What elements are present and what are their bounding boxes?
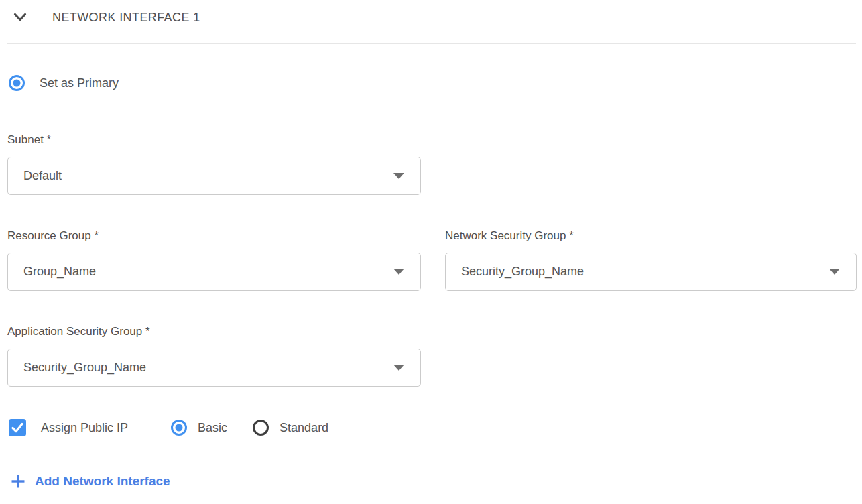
network-security-group-label: Network Security Group * bbox=[445, 229, 857, 243]
subnet-select[interactable]: Default bbox=[7, 157, 421, 195]
assign-public-ip-label: Assign Public IP bbox=[41, 421, 128, 435]
checkbox-checked-icon bbox=[9, 419, 26, 436]
radio-selected-icon bbox=[171, 420, 187, 436]
subnet-label: Subnet * bbox=[7, 133, 856, 147]
standard-label: Standard bbox=[280, 421, 328, 435]
section-divider bbox=[7, 43, 856, 44]
panel-title: NETWORK INTERFACE 1 bbox=[52, 11, 200, 25]
resource-group-select[interactable]: Group_Name bbox=[7, 253, 421, 291]
network-security-group-field: Network Security Group * Security_Group_… bbox=[445, 229, 857, 291]
radio-unselected-icon bbox=[253, 420, 269, 436]
set-as-primary-label: Set as Primary bbox=[40, 76, 119, 90]
network-security-group-select[interactable]: Security_Group_Name bbox=[445, 253, 857, 291]
application-security-group-selected-value: Security_Group_Name bbox=[23, 361, 146, 375]
plus-icon bbox=[11, 474, 25, 489]
application-security-group-label: Application Security Group * bbox=[7, 324, 856, 339]
application-security-group-field: Application Security Group * Security_Gr… bbox=[7, 324, 856, 387]
radio-selected-icon bbox=[9, 75, 25, 91]
application-security-group-select[interactable]: Security_Group_Name bbox=[7, 349, 421, 387]
caret-down-icon bbox=[393, 365, 404, 371]
caret-down-icon bbox=[393, 269, 404, 275]
resource-group-field: Resource Group * Group_Name bbox=[7, 229, 421, 291]
assign-public-ip-checkbox[interactable]: Assign Public IP bbox=[9, 419, 128, 436]
network-security-group-selected-value: Security_Group_Name bbox=[461, 265, 584, 279]
panel-header: NETWORK INTERFACE 1 bbox=[7, 8, 856, 27]
subnet-field: Subnet * Default bbox=[7, 133, 856, 195]
standard-radio[interactable]: Standard bbox=[253, 420, 328, 436]
public-ip-options-row: Assign Public IP Basic Standard bbox=[7, 419, 856, 436]
add-network-interface-label: Add Network Interface bbox=[35, 474, 170, 489]
caret-down-icon bbox=[829, 269, 840, 275]
resource-group-label: Resource Group * bbox=[7, 229, 421, 243]
basic-radio[interactable]: Basic bbox=[171, 420, 227, 436]
basic-label: Basic bbox=[198, 421, 227, 435]
resource-group-selected-value: Group_Name bbox=[23, 265, 96, 279]
subnet-selected-value: Default bbox=[23, 169, 62, 183]
network-interface-panel: NETWORK INTERFACE 1 Set as Primary Subne… bbox=[0, 0, 862, 491]
caret-down-icon bbox=[393, 173, 404, 179]
add-network-interface-button[interactable]: Add Network Interface bbox=[11, 474, 170, 489]
chevron-down-icon[interactable] bbox=[13, 13, 27, 22]
set-as-primary-radio[interactable]: Set as Primary bbox=[9, 75, 119, 91]
